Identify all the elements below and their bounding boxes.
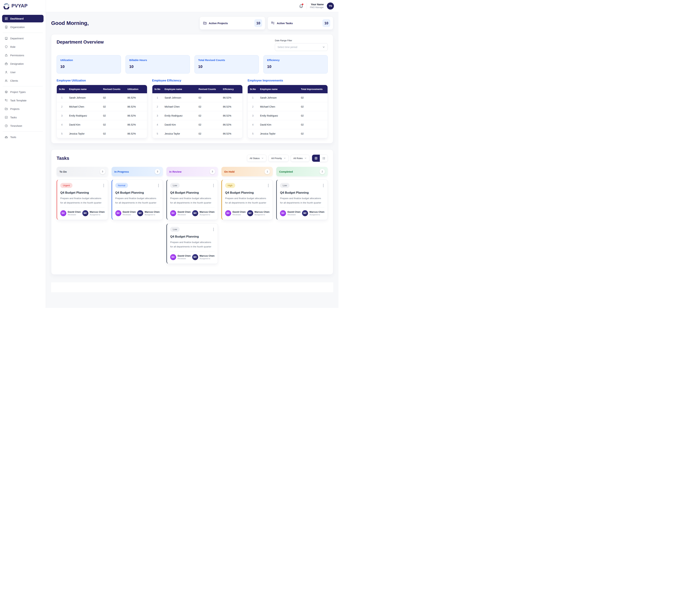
table-cell: 02: [101, 111, 125, 120]
sidebar-item-timesheet[interactable]: Timesheet: [2, 122, 44, 130]
sidebar-item-permissions[interactable]: Permissions: [2, 51, 44, 59]
task-card-header: Low: [170, 227, 215, 232]
kebab-menu-icon[interactable]: [103, 183, 105, 188]
table-cell: 02: [299, 120, 327, 129]
table-cell: 02: [299, 129, 327, 138]
user-name: David Chen: [232, 211, 245, 213]
table-cell: David Kim: [67, 120, 101, 129]
kebab-menu-icon[interactable]: [322, 183, 324, 188]
sidebar-item-clients[interactable]: Clients: [2, 77, 44, 84]
kebab-menu-icon[interactable]: [157, 183, 160, 188]
sidebar-item-label: Department: [10, 37, 24, 40]
user-chip: MCMarcus ChenAssigned to: [192, 254, 215, 260]
active-projects-card[interactable]: Active Projects 10: [199, 16, 265, 30]
task-card[interactable]: UrgentQ4 Budget PlanningPrepare and fina…: [57, 180, 108, 220]
table-header-row: Sr.NoEmployee nameRevised CountsEfficien…: [152, 85, 242, 93]
sidebar-item-tools[interactable]: Tools: [2, 133, 44, 141]
task-card[interactable]: LowQ4 Budget PlanningPrepare and finaliz…: [167, 223, 218, 264]
task-card[interactable]: LowQ4 Budget PlanningPrepare and finaliz…: [276, 180, 328, 220]
summary-card-label: Active Projects: [209, 22, 228, 25]
filter-all-status[interactable]: All Status: [247, 155, 266, 162]
table-cell: Michael Chen: [258, 102, 299, 111]
user-chip: MCMarcus ChenAssigned to: [247, 210, 270, 216]
table-header-row: Sr.NoEmployee nameTotal Improvements: [248, 85, 327, 93]
sidebar-item-label: Tools: [10, 136, 16, 139]
time-period-select[interactable]: Select time period: [275, 43, 328, 51]
tasks-title: Tasks: [57, 156, 69, 161]
kebab-menu-icon[interactable]: [213, 227, 215, 232]
kanban-column-to-do: To Do3UrgentQ4 Budget PlanningPrepare an…: [57, 167, 108, 223]
table-title: Employee Utilization: [57, 79, 147, 82]
avatar: MC: [247, 210, 253, 216]
active-tasks-card[interactable]: Active Tasks 10: [268, 16, 333, 30]
task-card[interactable]: NormalQ4 Budget PlanningPrepare and fina…: [111, 180, 163, 220]
user-role: Assigned to: [199, 214, 215, 216]
kanban-column-in-progress: In Progress3NormalQ4 Budget PlanningPrep…: [111, 167, 163, 223]
stat-value: 10: [267, 64, 324, 69]
summary-cards: Active Projects 10 Activ: [199, 16, 333, 30]
kebab-menu-icon[interactable]: [267, 183, 269, 188]
table-cell: Michael Chen: [163, 102, 196, 111]
stat-value: 10: [60, 64, 117, 69]
content-column: Your Name PMO Manager YN Good Morning,: [46, 0, 338, 308]
priority-badge: High: [225, 183, 235, 188]
list-view-button[interactable]: [320, 155, 327, 162]
task-card[interactable]: HighQ4 Budget PlanningPrepare and finali…: [221, 180, 273, 220]
user-icon: [5, 71, 8, 74]
kebab-menu-icon[interactable]: [213, 183, 215, 188]
table-row: 4David Kim02: [248, 120, 327, 129]
sidebar-item-designation[interactable]: Designation: [2, 60, 44, 68]
stat-label: Total Revised Counts: [198, 58, 255, 61]
sidebar-item-user[interactable]: User: [2, 69, 44, 76]
date-filter-label: Date Range Filter: [275, 39, 328, 42]
table-row: 3Emily Rodriguez0286.52%: [57, 111, 147, 120]
task-title: Q4 Budget Planning: [170, 235, 215, 238]
priority-badge: Low: [170, 183, 180, 188]
task-users: DCDavid ChenReviewerMCMarcus ChenAssigne…: [225, 210, 270, 216]
sidebar-item-organization[interactable]: Organization: [2, 23, 44, 31]
kanban-column-completed: Completed2LowQ4 Budget PlanningPrepare a…: [276, 167, 328, 223]
table-cell: 86.52%: [125, 93, 147, 102]
sidebar-item-department[interactable]: Department: [2, 35, 44, 42]
user-chip-meta: Marcus ChenAssigned to: [90, 211, 105, 216]
sidebar-item-project-types[interactable]: Project Types: [2, 88, 44, 96]
table-row: 4David Kim0286.52%: [57, 120, 147, 129]
sidebar-item-role[interactable]: Role: [2, 43, 44, 51]
avatar[interactable]: YN: [327, 2, 334, 9]
task-description: Prepare and finalize budget allocations …: [60, 196, 105, 208]
grid-view-button[interactable]: [312, 155, 320, 162]
task-users: DCDavid ChenReviewerMCMarcus ChenAssigne…: [280, 210, 324, 216]
avatar: DC: [170, 254, 176, 260]
table-cell: 02: [196, 93, 221, 102]
task-card[interactable]: LowQ4 Budget PlanningPrepare and finaliz…: [167, 180, 218, 220]
sidebar-item-label: Permissions: [10, 54, 24, 57]
department-overview-title: Department Overview: [57, 39, 104, 45]
kanban-column-header: To Do3: [57, 167, 108, 176]
filter-all-roles[interactable]: All Roles: [291, 155, 309, 162]
topbar: Your Name PMO Manager YN: [46, 0, 338, 12]
layers-icon: [5, 90, 8, 94]
clients-icon: [5, 79, 8, 82]
filter-all-priority[interactable]: All Priority: [269, 155, 288, 162]
user-chip: MCMarcus ChenAssigned to: [82, 210, 105, 216]
user-role: Assigned to: [309, 214, 324, 216]
table-cell: 86.52%: [125, 120, 147, 129]
avatar: DC: [170, 210, 176, 216]
task-card-header: Low: [170, 183, 215, 188]
task-description: Prepare and finalize budget allocations …: [170, 196, 215, 208]
sidebar-item-label: User: [10, 71, 16, 74]
sidebar-item-task-template[interactable]: Task Template: [2, 97, 44, 104]
brand-donut-icon: [3, 3, 10, 9]
sidebar-item-projects[interactable]: Projects: [2, 105, 44, 113]
notification-bell-icon[interactable]: [299, 4, 304, 8]
user-role: Assigned to: [90, 214, 105, 216]
sidebar-item-tasks[interactable]: Tasks: [2, 114, 44, 121]
sidebar-divider: [3, 33, 43, 33]
sidebar-item-dashboard[interactable]: Dashboard: [2, 15, 44, 23]
avatar: DC: [280, 210, 286, 216]
table-cell: 4: [248, 120, 258, 129]
tasks-panel: Tasks All Status All Priority All Roles: [51, 149, 333, 275]
app-root: PVYAP DashboardOrganizationDepartmentRol…: [0, 0, 338, 308]
user-role: Reviewer: [178, 258, 191, 260]
user-chip-meta: David ChenReviewer: [178, 255, 191, 260]
